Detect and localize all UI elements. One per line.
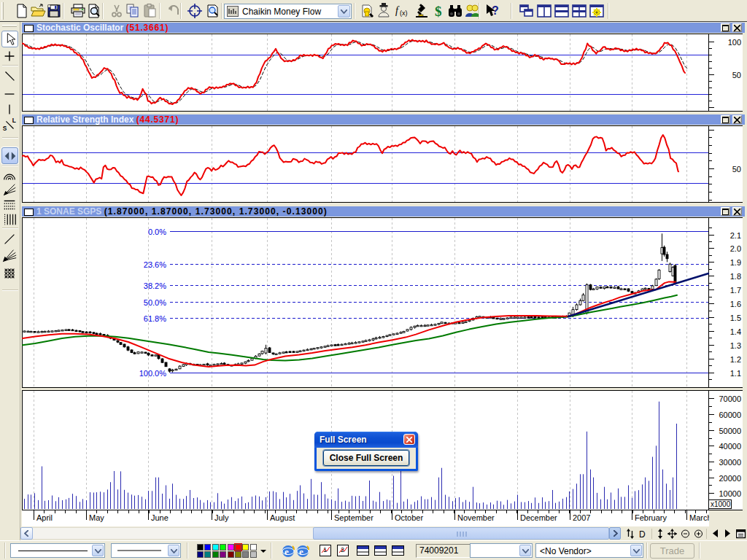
svg-text:0.0%: 0.0% (148, 228, 166, 236)
svg-text:70000: 70000 (719, 394, 741, 403)
svg-text:x1000: x1000 (711, 500, 731, 508)
svg-text:August: August (270, 513, 295, 522)
svg-text:1.9: 1.9 (730, 258, 741, 267)
svg-text:50: 50 (732, 71, 741, 79)
svg-text:April: April (36, 513, 53, 522)
svg-text:1.4: 1.4 (730, 327, 741, 336)
svg-text:2.1: 2.1 (730, 231, 741, 240)
svg-text:1.3: 1.3 (730, 341, 741, 350)
svg-text:10000: 10000 (719, 489, 741, 498)
svg-text:1.5: 1.5 (730, 314, 741, 322)
svg-text:50: 50 (732, 165, 741, 174)
svg-text:e: e (285, 546, 289, 557)
svg-text:1.1: 1.1 (730, 369, 741, 378)
svg-text:October: October (395, 513, 423, 522)
svg-text:60000: 60000 (719, 411, 741, 419)
svg-text:D: D (639, 529, 646, 540)
svg-text:e: e (299, 546, 303, 557)
svg-text:?: ? (492, 4, 499, 17)
svg-text:100: 100 (728, 38, 741, 47)
svg-text:1.7: 1.7 (730, 286, 741, 295)
svg-text:1.8: 1.8 (730, 272, 741, 281)
svg-text:(x): (x) (400, 9, 408, 17)
svg-text:38.2%: 38.2% (144, 281, 166, 290)
svg-text:1.6: 1.6 (730, 300, 741, 308)
svg-text:1: 1 (323, 546, 327, 553)
svg-text:1.2: 1.2 (730, 355, 741, 364)
svg-text:May: May (89, 513, 104, 522)
svg-text:March: March (689, 513, 709, 522)
svg-text:L: L (12, 117, 16, 124)
svg-text:40000: 40000 (719, 442, 741, 451)
svg-text:February: February (635, 513, 667, 522)
svg-text:50.0%: 50.0% (144, 298, 166, 307)
svg-text:June: June (151, 513, 169, 522)
svg-text:61.8%: 61.8% (144, 314, 166, 323)
svg-text:2.0: 2.0 (730, 244, 741, 253)
svg-text:December: December (520, 513, 557, 522)
svg-text:20000: 20000 (719, 474, 741, 483)
svg-text:July: July (214, 513, 229, 522)
svg-text:30000: 30000 (719, 458, 741, 467)
svg-text:23.6%: 23.6% (144, 260, 166, 269)
svg-text:100.0%: 100.0% (139, 369, 167, 378)
svg-text:$: $ (435, 4, 442, 19)
svg-text:50000: 50000 (719, 427, 741, 435)
svg-text:2: 2 (341, 546, 344, 553)
svg-text:2007: 2007 (573, 513, 590, 522)
svg-text:S: S (3, 125, 7, 132)
svg-text:November: November (457, 513, 495, 522)
svg-text:September: September (334, 513, 374, 522)
